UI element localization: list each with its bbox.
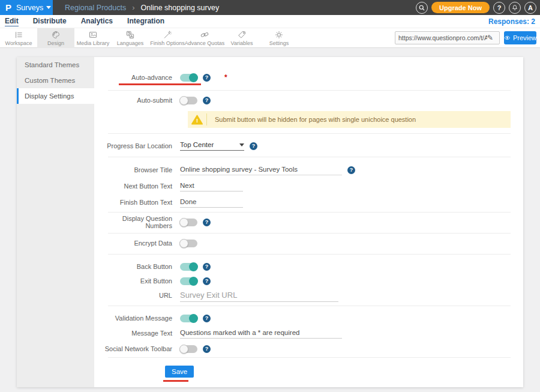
sidebar-item-standard-themes[interactable]: Standard Themes	[17, 57, 94, 73]
toolbar-item-design[interactable]: Design	[37, 28, 74, 48]
nav-item-distribute[interactable]: Distribute	[33, 17, 67, 26]
display-question-numbers-row: Display Question Numbers ?	[94, 214, 523, 230]
toolbar-item-finish-options[interactable]: Finish Options	[149, 28, 186, 48]
row-divider	[108, 90, 511, 91]
validation-message-row: Validation Message ?	[94, 310, 523, 326]
toolbar-item-label: Finish Options	[150, 40, 185, 46]
settings-form: Auto-advance ? * Auto-submit ? ! Submit …	[94, 57, 523, 387]
chain-links-icon	[200, 30, 209, 40]
auto-submit-row: Auto-submit ?	[94, 92, 523, 108]
submit-hidden-warning: ! Submit button will be hidden for pages…	[188, 111, 511, 128]
row-divider	[108, 357, 511, 358]
nav-item-integration[interactable]: Integration	[127, 17, 164, 26]
breadcrumb-separator-icon: ›	[132, 3, 134, 12]
upgrade-now-button[interactable]: Upgrade Now	[431, 2, 490, 13]
preview-label: Preview	[513, 34, 536, 41]
edit-pencil-icon[interactable]: ✎	[487, 34, 493, 42]
social-network-toolbar-help-icon[interactable]: ?	[203, 345, 211, 353]
toolbar-item-label: Settings	[269, 40, 289, 46]
tag-icon	[237, 30, 247, 40]
social-network-toolbar-row: Social Network Toolbar ?	[94, 341, 523, 357]
toolbar-item-settings[interactable]: Settings	[260, 28, 298, 48]
finish-button-text-label: Finish Button Text	[94, 199, 180, 206]
display-question-numbers-help-icon[interactable]: ?	[203, 219, 211, 226]
survey-url-input[interactable]	[398, 34, 487, 41]
toolbar-item-label: Design	[47, 40, 64, 46]
exit-button-toggle[interactable]	[180, 277, 197, 285]
breadcrumb-current: Online shopping survey	[141, 4, 220, 12]
chevron-down-icon	[239, 143, 244, 146]
auto-submit-label: Auto-submit	[94, 97, 180, 104]
warning-triangle-icon: !	[191, 115, 203, 125]
auto-submit-toggle[interactable]	[180, 97, 197, 104]
auto-submit-help-icon[interactable]: ?	[203, 97, 211, 104]
search-button[interactable]	[416, 2, 428, 14]
auto-advance-toggle[interactable]	[180, 74, 197, 82]
bell-icon	[511, 4, 518, 11]
surveys-menu[interactable]: Surveys	[16, 4, 51, 12]
next-button-text-label: Next Button Text	[94, 182, 180, 190]
exit-url-row: URL	[94, 288, 523, 303]
search-icon	[418, 4, 425, 11]
auto-advance-help-icon[interactable]: ?	[203, 74, 211, 82]
display-question-numbers-toggle[interactable]	[180, 219, 197, 226]
message-text-label: Message Text	[94, 330, 180, 337]
exit-button-help-icon[interactable]: ?	[203, 277, 211, 285]
product-logo-area[interactable]: P Surveys	[0, 0, 53, 15]
progress-bar-location-row: Progress Bar Location Top Center ?	[94, 138, 523, 154]
validation-message-help-icon[interactable]: ?	[203, 315, 211, 322]
chevron-down-icon	[46, 6, 51, 9]
surveys-menu-label: Surveys	[16, 4, 43, 12]
row-divider	[108, 157, 511, 157]
nav-item-analytics[interactable]: Analytics	[81, 17, 113, 26]
palette-icon	[51, 30, 61, 40]
nav-item-edit[interactable]: Edit	[5, 17, 19, 26]
sidebar-item-custom-themes[interactable]: Custom Themes	[17, 73, 94, 88]
annotation-underline-save	[163, 380, 188, 382]
back-button-toggle[interactable]	[180, 263, 197, 271]
social-network-toolbar-toggle[interactable]	[180, 345, 197, 353]
finish-button-text-input[interactable]	[180, 197, 243, 208]
browser-title-help-icon[interactable]: ?	[347, 166, 355, 174]
message-text-row: Message Text	[94, 325, 523, 341]
exit-url-label: URL	[94, 292, 180, 299]
toolbar-item-workspace[interactable]: Workspace	[0, 28, 37, 48]
next-button-text-input[interactable]	[180, 181, 243, 191]
exit-url-input[interactable]	[180, 289, 338, 302]
gear-icon	[274, 30, 284, 40]
back-button-help-icon[interactable]: ?	[203, 263, 211, 271]
row-divider	[108, 254, 511, 255]
workspace-icon	[14, 30, 23, 40]
save-button[interactable]: Save	[165, 366, 194, 378]
responses-count[interactable]: Responses: 2	[488, 17, 535, 26]
browser-title-input[interactable]	[180, 164, 342, 175]
preview-button[interactable]: Preview	[504, 31, 536, 44]
sidebar-item-display-settings[interactable]: Display Settings	[17, 88, 94, 104]
progress-bar-location-value: Top Center	[180, 141, 214, 148]
toolbar-item-languages[interactable]: Languages	[112, 28, 149, 48]
progress-bar-location-select[interactable]: Top Center	[180, 141, 244, 151]
toolbar-item-media-library[interactable]: Media Library	[74, 28, 112, 48]
toolbar-item-label: Workspace	[5, 40, 32, 46]
encrypt-data-row: Encrypt Data	[94, 235, 523, 251]
survey-url-box[interactable]: ✎	[395, 31, 500, 44]
display-question-numbers-label: Display Question Numbers	[94, 215, 180, 229]
row-divider	[108, 306, 511, 306]
progress-bar-help-icon[interactable]: ?	[250, 142, 257, 150]
message-text-input[interactable]	[180, 328, 342, 339]
magic-wand-icon	[163, 30, 172, 40]
exit-button-row: Exit Button ?	[94, 273, 523, 289]
breadcrumb: Regional Products › Online shopping surv…	[65, 3, 219, 12]
avatar[interactable]: A	[524, 2, 536, 14]
validation-message-toggle[interactable]	[180, 315, 197, 322]
toolbar-item-advance-quotas[interactable]: Advance Quotas	[186, 28, 223, 48]
exit-button-label: Exit Button	[94, 277, 180, 285]
breadcrumb-parent[interactable]: Regional Products	[65, 4, 126, 12]
toolbar-item-variables[interactable]: Variables	[223, 28, 260, 48]
encrypt-data-toggle[interactable]	[180, 240, 197, 247]
next-button-text-row: Next Button Text	[94, 178, 523, 194]
notifications-button[interactable]	[509, 2, 521, 14]
design-toolbar: Workspace Design Media Library Languages…	[0, 28, 540, 48]
questionpro-logo[interactable]: P	[5, 0, 11, 15]
help-button[interactable]: ?	[493, 2, 505, 14]
